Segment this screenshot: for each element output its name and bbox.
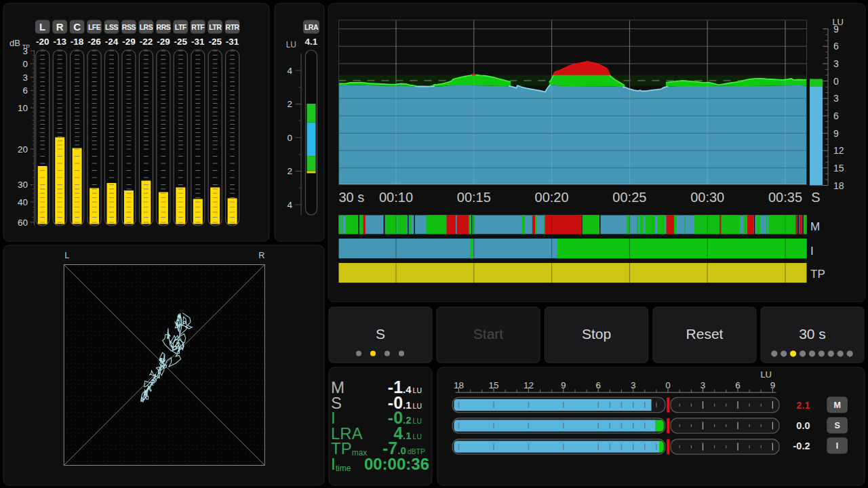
svg-text:18: 18 bbox=[833, 180, 844, 191]
svg-text:-31: -31 bbox=[226, 37, 239, 47]
svg-text:00:20: 00:20 bbox=[535, 190, 569, 205]
svg-text:-25: -25 bbox=[208, 37, 222, 47]
svg-text:LTF: LTF bbox=[175, 23, 187, 31]
svg-text:M: M bbox=[810, 220, 820, 233]
svg-text:3: 3 bbox=[833, 58, 839, 69]
svg-text:30 s: 30 s bbox=[799, 326, 826, 342]
svg-text:RTR: RTR bbox=[226, 23, 240, 31]
svg-text:-25: -25 bbox=[174, 37, 188, 47]
svg-text:Start: Start bbox=[473, 326, 504, 342]
svg-text:3: 3 bbox=[22, 73, 28, 83]
svg-text:60: 60 bbox=[18, 218, 28, 228]
svg-text:9: 9 bbox=[833, 24, 839, 35]
svg-text:15: 15 bbox=[833, 163, 844, 174]
svg-text:Stop: Stop bbox=[582, 326, 611, 342]
svg-text:10: 10 bbox=[18, 103, 28, 113]
svg-text:-22: -22 bbox=[140, 37, 153, 47]
svg-text:4: 4 bbox=[287, 66, 292, 76]
svg-text:-18: -18 bbox=[71, 37, 84, 47]
svg-text:LU: LU bbox=[760, 369, 772, 380]
svg-text:0: 0 bbox=[22, 59, 28, 69]
svg-text:R: R bbox=[56, 21, 64, 33]
svg-text:30 s: 30 s bbox=[339, 190, 365, 205]
svg-text:RTF: RTF bbox=[191, 23, 205, 31]
svg-text:0: 0 bbox=[833, 76, 839, 87]
svg-text:00:15: 00:15 bbox=[457, 190, 491, 205]
svg-text:00:25: 00:25 bbox=[612, 190, 646, 205]
svg-text:-29: -29 bbox=[157, 37, 170, 47]
svg-text:-13: -13 bbox=[53, 37, 66, 47]
svg-text:40: 40 bbox=[18, 197, 28, 207]
svg-text:R: R bbox=[258, 251, 264, 260]
svg-text:6: 6 bbox=[833, 41, 839, 52]
svg-text:M: M bbox=[833, 401, 840, 410]
svg-text:4: 4 bbox=[287, 200, 292, 210]
svg-text:0: 0 bbox=[287, 133, 292, 143]
svg-text:LRS: LRS bbox=[140, 23, 153, 31]
svg-text:6: 6 bbox=[833, 110, 839, 121]
svg-text:-24: -24 bbox=[105, 37, 119, 47]
svg-text:C: C bbox=[73, 21, 81, 33]
svg-text:LU: LU bbox=[286, 40, 296, 49]
svg-text:L: L bbox=[39, 21, 45, 33]
svg-text:-29: -29 bbox=[122, 37, 136, 47]
svg-text:20: 20 bbox=[18, 144, 28, 155]
svg-text:6: 6 bbox=[22, 85, 28, 96]
svg-text:-26: -26 bbox=[87, 37, 101, 47]
svg-text:00:30: 00:30 bbox=[690, 190, 724, 205]
svg-text:00:00:36: 00:00:36 bbox=[364, 455, 429, 473]
svg-text:30: 30 bbox=[18, 180, 28, 190]
svg-text:2.1: 2.1 bbox=[796, 400, 810, 411]
svg-text:00:10: 00:10 bbox=[379, 190, 413, 205]
svg-text:9: 9 bbox=[833, 128, 839, 139]
svg-text:dB: dB bbox=[9, 38, 20, 48]
svg-text:Reset: Reset bbox=[686, 326, 724, 342]
svg-text:S: S bbox=[834, 421, 840, 430]
svg-text:LFE: LFE bbox=[88, 23, 101, 31]
svg-text:12: 12 bbox=[833, 145, 844, 156]
svg-text:3: 3 bbox=[833, 93, 839, 104]
svg-text:3: 3 bbox=[22, 46, 28, 56]
svg-text:00:35: 00:35 bbox=[768, 190, 802, 205]
svg-text:0.0: 0.0 bbox=[796, 420, 810, 431]
svg-text:S: S bbox=[811, 190, 820, 205]
svg-text:I: I bbox=[810, 245, 814, 258]
svg-text:TP: TP bbox=[810, 268, 825, 281]
svg-text:LRA: LRA bbox=[304, 23, 319, 31]
svg-text:RRS: RRS bbox=[157, 23, 171, 31]
svg-text:LTR: LTR bbox=[209, 23, 222, 31]
svg-text:LSS: LSS bbox=[105, 23, 118, 31]
svg-text:-0.2: -0.2 bbox=[793, 441, 810, 451]
svg-text:2: 2 bbox=[287, 166, 292, 176]
svg-text:S: S bbox=[376, 326, 385, 342]
svg-text:I: I bbox=[836, 441, 838, 451]
svg-text:2: 2 bbox=[287, 99, 292, 109]
svg-text:-20: -20 bbox=[36, 37, 50, 47]
svg-text:4.1: 4.1 bbox=[305, 37, 318, 47]
svg-text:RSS: RSS bbox=[122, 23, 136, 31]
svg-text:L: L bbox=[64, 251, 69, 260]
svg-text:-31: -31 bbox=[191, 37, 205, 47]
